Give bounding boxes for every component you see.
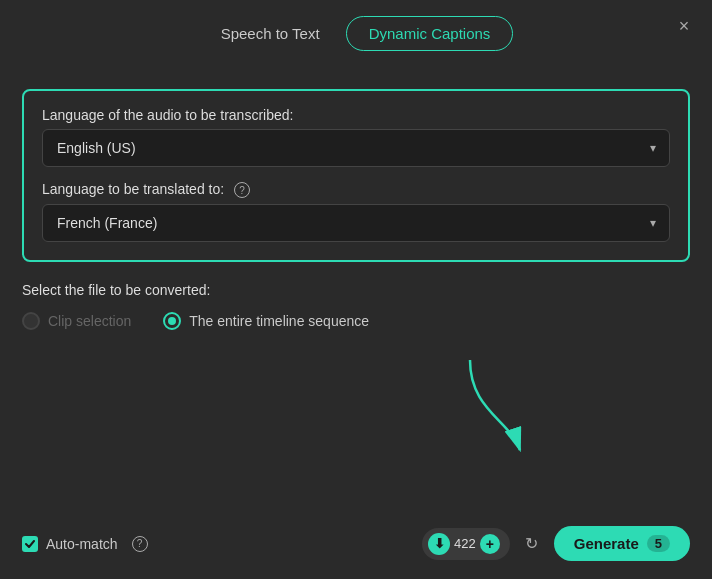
- file-section-label: Select the file to be converted:: [22, 282, 690, 298]
- radio-timeline[interactable]: The entire timeline sequence: [163, 312, 369, 330]
- help-icon[interactable]: ?: [234, 182, 250, 198]
- credit-count: 422: [454, 536, 476, 551]
- auto-match-label: Auto-match: [46, 536, 118, 552]
- auto-match-container: Auto-match ?: [22, 536, 148, 552]
- radio-circle-timeline: [163, 312, 181, 330]
- target-language-select-wrap: French (France) English (US) Spanish Ger…: [42, 204, 670, 242]
- source-language-field: Language of the audio to be transcribed:…: [42, 107, 670, 167]
- right-controls: ⬇ 422 + ↻ Generate 5: [422, 526, 690, 561]
- auto-match-checkbox[interactable]: [22, 536, 38, 552]
- file-section: Select the file to be converted: Clip se…: [22, 282, 690, 330]
- tab-speech-to-text[interactable]: Speech to Text: [199, 17, 342, 50]
- arrow-graphic: [390, 350, 570, 460]
- generate-button[interactable]: Generate 5: [554, 526, 690, 561]
- generate-credit-count: 5: [647, 535, 670, 552]
- source-language-label: Language of the audio to be transcribed:: [42, 107, 670, 123]
- target-language-label: Language to be translated to: ?: [42, 181, 670, 198]
- radio-timeline-label: The entire timeline sequence: [189, 313, 369, 329]
- main-content: Language of the audio to be transcribed:…: [0, 71, 712, 516]
- target-language-field: Language to be translated to: ? French (…: [42, 181, 670, 242]
- source-language-select-wrap: English (US) English (UK) Spanish French…: [42, 129, 670, 167]
- arrow-area: [22, 350, 690, 500]
- generate-label: Generate: [574, 535, 639, 552]
- add-credits-button[interactable]: +: [480, 534, 500, 554]
- close-button[interactable]: ×: [672, 14, 696, 38]
- credit-download-icon: ⬇: [428, 533, 450, 555]
- dialog: × Speech to Text Dynamic Captions Langua…: [0, 0, 712, 579]
- language-box: Language of the audio to be transcribed:…: [22, 89, 690, 262]
- radio-circle-clip: [22, 312, 40, 330]
- bottom-bar: Auto-match ? ⬇ 422 + ↻ Generate 5: [0, 516, 712, 579]
- tab-bar: Speech to Text Dynamic Captions: [0, 0, 712, 71]
- radio-clip-label: Clip selection: [48, 313, 131, 329]
- auto-match-help-icon[interactable]: ?: [132, 536, 148, 552]
- radio-clip-selection[interactable]: Clip selection: [22, 312, 131, 330]
- credit-pill: ⬇ 422 +: [422, 528, 510, 560]
- refresh-button[interactable]: ↻: [518, 530, 546, 558]
- source-language-select[interactable]: English (US) English (UK) Spanish French…: [42, 129, 670, 167]
- tab-dynamic-captions[interactable]: Dynamic Captions: [346, 16, 514, 51]
- target-language-select[interactable]: French (France) English (US) Spanish Ger…: [42, 204, 670, 242]
- radio-group: Clip selection The entire timeline seque…: [22, 312, 690, 330]
